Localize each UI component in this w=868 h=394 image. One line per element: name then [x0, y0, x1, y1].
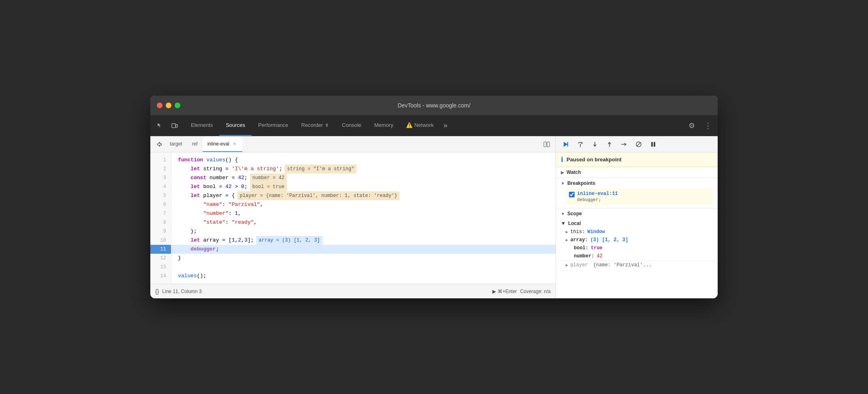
line-numbers: 1 2 3 4 5 6 7 8 9 10 11 12 13 14	[150, 152, 171, 284]
inspect-icon[interactable]	[154, 119, 167, 132]
scope-label: Scope	[567, 211, 582, 216]
svg-rect-0	[172, 124, 175, 128]
tab-network[interactable]: ⚠️ Network	[400, 115, 440, 136]
settings-button[interactable]: ⚙	[685, 119, 698, 132]
code-line-3: const number = 42;number = 42	[171, 173, 556, 182]
scope-local-header[interactable]: ▼ Local	[556, 219, 718, 228]
more-tabs-button[interactable]: »	[440, 121, 451, 130]
watch-section: ▶ Watch	[556, 167, 718, 178]
toolbar-icons	[154, 119, 181, 132]
resume-button[interactable]	[559, 139, 572, 150]
breakpoint-item: inline-eval:11 debugger;	[566, 188, 713, 205]
code-line-10: let array = [1,2,3];array = (3) [1, 2, 3…	[171, 236, 556, 245]
minimize-button[interactable]	[166, 103, 171, 108]
breakpoints-header[interactable]: ▼ Breakpoints	[556, 178, 718, 188]
scope-section: ▼ Scope ▼ Local ▶ this: Window ▶ array: …	[556, 208, 718, 298]
close-tab-icon[interactable]: ×	[232, 141, 237, 147]
devtools-body: target ref inline-eval ×	[150, 136, 718, 298]
cursor-position: Line 11, Column 3	[162, 289, 201, 294]
source-tab-inline-eval[interactable]: inline-eval ×	[203, 136, 242, 152]
scope-item-this[interactable]: ▶ this: Window	[556, 228, 718, 236]
watch-arrow-icon: ▶	[561, 170, 564, 175]
tab-recorder[interactable]: Recorder 🎙	[295, 115, 335, 136]
scope-item-arrow-icon: ▶	[566, 230, 568, 234]
right-panel: ℹ Paused on breakpoint ▶ Watch ▼ Breakpo…	[556, 136, 718, 298]
scope-arrow-icon: ▼	[561, 212, 565, 216]
coverage-label: Coverage: n/a	[520, 289, 551, 294]
svg-rect-4	[567, 142, 568, 147]
breakpoint-checkbox[interactable]	[569, 192, 575, 197]
devtools-tabbar: Elements Sources Performance Recorder 🎙 …	[150, 115, 718, 136]
split-view-icon[interactable]	[541, 139, 552, 150]
line-num-3: 3	[150, 173, 171, 182]
watch-header[interactable]: ▶ Watch	[556, 167, 718, 178]
breakpoint-file: inline-eval:11	[577, 191, 618, 197]
code-content: function values() { let string = 'I\'m a…	[171, 152, 556, 284]
svg-rect-3	[547, 142, 549, 147]
tab-performance[interactable]: Performance	[252, 115, 295, 136]
breakpoints-label: Breakpoints	[567, 180, 595, 186]
code-editor[interactable]: 1 2 3 4 5 6 7 8 9 10 11 12 13 14	[150, 152, 556, 284]
breakpoint-banner: ℹ Paused on breakpoint	[556, 152, 718, 167]
breakpoint-text: Paused on breakpoint	[567, 156, 622, 163]
status-right: ▶ ⌘+Enter Coverage: n/a	[492, 289, 551, 294]
titlebar: DevTools - www.google.com/	[150, 96, 718, 115]
tab-elements[interactable]: Elements	[184, 115, 219, 136]
warning-icon: ⚠️	[406, 122, 413, 128]
code-line-14: values();	[171, 272, 556, 281]
scope-header[interactable]: ▼ Scope	[556, 208, 718, 219]
code-line-13	[171, 263, 556, 272]
pause-exceptions-button[interactable]	[647, 139, 660, 150]
status-bar: {} Line 11, Column 3 ▶ ⌘+Enter Coverage:…	[150, 284, 556, 298]
info-icon: ℹ	[561, 156, 563, 163]
step-out-button[interactable]	[603, 139, 616, 150]
code-line-1: function values() {	[171, 156, 556, 165]
source-tab-right	[541, 139, 552, 150]
line-num-13: 13	[150, 263, 171, 272]
recorder-icon: 🎙	[325, 123, 329, 128]
scope-item-player[interactable]: ▶ player {name: 'Parzival'...	[556, 260, 718, 269]
maximize-button[interactable]	[175, 103, 180, 108]
run-shortcut: ⌘+Enter	[498, 289, 517, 294]
source-tabs: target ref inline-eval ×	[150, 136, 556, 152]
scope-item-number: number: 42	[556, 252, 718, 260]
code-line-11: debugger;	[171, 245, 556, 254]
step-over-button[interactable]	[574, 139, 587, 150]
svg-line-10	[637, 142, 641, 146]
window-title: DevTools - www.google.com/	[398, 102, 470, 109]
scope-item-player-arrow-icon: ▶	[566, 263, 568, 268]
code-line-8: "state": "ready",	[171, 218, 556, 227]
status-left: {} Line 11, Column 3	[155, 288, 202, 295]
run-button[interactable]: ▶ ⌘+Enter	[492, 289, 517, 294]
navigate-back-icon[interactable]	[154, 139, 165, 150]
devtools-window: DevTools - www.google.com/ Elements Sour	[150, 96, 718, 298]
source-tab-target[interactable]: target	[165, 136, 187, 152]
scope-item-array-arrow-icon: ▶	[566, 238, 568, 242]
close-button[interactable]	[157, 103, 162, 108]
format-icon[interactable]: {}	[155, 288, 159, 295]
tabs-right: ⚙ ⋮	[685, 119, 714, 132]
scope-item-array[interactable]: ▶ array: (3) [1, 2, 3]	[556, 236, 718, 244]
breakpoints-section: ▼ Breakpoints inline-eval:11 debugger;	[556, 178, 718, 208]
source-tab-ref[interactable]: ref	[187, 136, 203, 152]
tab-sources[interactable]: Sources	[219, 115, 252, 136]
tabs-list: Elements Sources Performance Recorder 🎙 …	[184, 115, 685, 136]
line-num-6: 6	[150, 200, 171, 209]
line-num-9: 9	[150, 227, 171, 236]
line-num-14: 14	[150, 272, 171, 281]
deactivate-breakpoints-button[interactable]	[632, 139, 645, 150]
more-options-button[interactable]: ⋮	[701, 119, 714, 132]
tab-memory[interactable]: Memory	[368, 115, 400, 136]
step-button[interactable]	[618, 139, 631, 150]
step-into-button[interactable]	[588, 139, 601, 150]
debug-toolbar	[556, 136, 718, 152]
traffic-lights	[157, 103, 180, 108]
line-num-2: 2	[150, 165, 171, 173]
code-line-6: "name": "Parzival",	[171, 200, 556, 209]
svg-rect-11	[651, 142, 653, 147]
device-icon[interactable]	[168, 119, 181, 132]
line-num-7: 7	[150, 209, 171, 218]
tab-console[interactable]: Console	[336, 115, 368, 136]
scope-item-bool: bool: true	[556, 244, 718, 252]
line-num-1: 1	[150, 156, 171, 165]
